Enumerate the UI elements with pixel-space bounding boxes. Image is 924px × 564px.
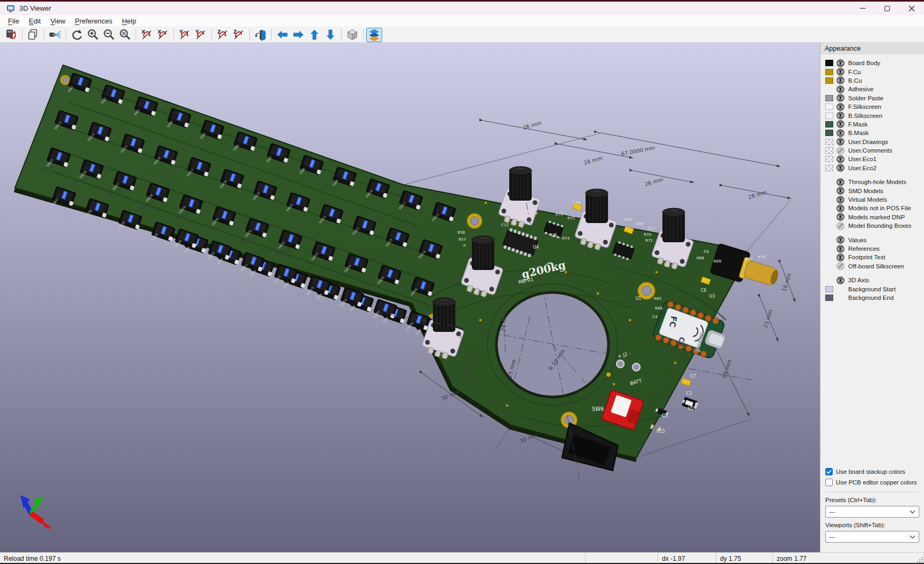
visibility-toggle[interactable] xyxy=(836,102,845,112)
visibility-eye-icon[interactable] xyxy=(836,163,845,172)
visibility-toggle[interactable] xyxy=(836,221,845,231)
orthographic-view-button[interactable] xyxy=(344,28,360,42)
visibility-toggle[interactable] xyxy=(836,111,845,120)
3d-viewport-canvas[interactable]: SW1SW2SW3SW4SW5SW6SW7SW8SW9SW10SW11SW12S… xyxy=(0,43,820,552)
minimize-button[interactable] xyxy=(850,2,875,15)
layer-row-values[interactable]: Values xyxy=(825,235,924,244)
resize-grip[interactable] xyxy=(917,557,923,563)
layer-row-f-cu[interactable]: F.Cu xyxy=(825,67,924,76)
rotate-y-cw-button[interactable]: Y xyxy=(177,28,193,42)
rotate-z-ccw-button[interactable]: Z xyxy=(231,28,247,42)
layer-row-f-mask[interactable]: F.Mask xyxy=(825,120,924,129)
rotate-z-cw-button[interactable]: Z xyxy=(215,28,231,42)
layer-row-b-mask[interactable]: B.Mask xyxy=(825,129,924,137)
visibility-eye-icon[interactable] xyxy=(836,137,845,146)
move-right-button[interactable] xyxy=(290,28,306,42)
layer-row-board-body[interactable]: Board Body xyxy=(825,59,924,67)
layer-row-virtual-models[interactable]: Virtual Models xyxy=(825,195,924,204)
visibility-eye-icon[interactable] xyxy=(836,186,845,195)
visibility-eye-icon[interactable] xyxy=(836,76,845,85)
layer-row-adhesive[interactable]: Adhesive xyxy=(825,85,924,93)
visibility-eye-icon[interactable] xyxy=(836,235,845,244)
menu-edit[interactable]: Edit xyxy=(24,16,45,26)
appearance-panel-button[interactable] xyxy=(366,28,382,42)
color-swatch[interactable] xyxy=(825,130,833,136)
color-swatch[interactable] xyxy=(825,77,833,84)
layer-row-smd-models[interactable]: SMD Models xyxy=(825,186,924,195)
visibility-toggle[interactable] xyxy=(836,163,845,172)
flip-board-button[interactable] xyxy=(252,28,268,42)
visibility-toggle[interactable] xyxy=(836,244,845,253)
color-swatch[interactable] xyxy=(825,286,833,292)
layer-row-through-hole-models[interactable]: Through-hole Models xyxy=(825,178,924,186)
visibility-toggle[interactable] xyxy=(836,137,845,146)
visibility-eye-icon[interactable] xyxy=(836,276,845,285)
visibility-toggle[interactable] xyxy=(836,204,845,213)
visibility-toggle[interactable] xyxy=(836,195,845,204)
presets-select[interactable]: --- xyxy=(825,506,919,518)
visibility-toggle[interactable] xyxy=(836,261,845,271)
move-left-button[interactable] xyxy=(274,28,290,42)
visibility-eye-icon[interactable] xyxy=(836,111,845,120)
visibility-eye-icon[interactable] xyxy=(836,102,845,112)
visibility-toggle[interactable] xyxy=(836,85,845,94)
checkbox-use-board-stackup-colors[interactable]: Use board stackup colors xyxy=(825,466,919,477)
visibility-eye-icon[interactable] xyxy=(836,253,845,262)
rotate-x-ccw-button[interactable]: X xyxy=(155,28,171,42)
visibility-eye-icon[interactable] xyxy=(836,93,845,102)
layer-row-user-drawings[interactable]: User.Drawings xyxy=(825,138,924,146)
move-up-button[interactable] xyxy=(306,28,322,42)
layer-row-b-cu[interactable]: B.Cu xyxy=(825,76,924,85)
maximize-button[interactable] xyxy=(875,2,899,15)
visibility-eye-icon[interactable] xyxy=(836,204,845,213)
layer-row-background-end[interactable]: Background End xyxy=(825,293,924,302)
zoom-fit-button[interactable] xyxy=(117,28,133,42)
layer-row-references[interactable]: References xyxy=(825,244,924,253)
visibility-toggle[interactable] xyxy=(836,186,845,195)
visibility-toggle[interactable] xyxy=(836,276,845,285)
layer-row-model-bounding-boxes[interactable]: Model Bounding Boxes xyxy=(825,221,924,230)
copy-image-button[interactable] xyxy=(25,28,41,42)
visibility-eye-icon[interactable] xyxy=(836,59,845,68)
viewports-select[interactable]: --- xyxy=(825,531,919,543)
visibility-eye-icon[interactable] xyxy=(836,244,845,253)
color-swatch[interactable] xyxy=(825,295,833,301)
menu-view[interactable]: View xyxy=(45,16,70,26)
layer-row-b-silkscreen[interactable]: B.Silkscreen xyxy=(825,111,924,120)
checkbox-unchecked-icon[interactable] xyxy=(825,479,833,486)
layer-row-off-board-silkscreen[interactable]: Off-board Silkscreen xyxy=(825,262,924,271)
layer-row-background-start[interactable]: Background Start xyxy=(825,284,924,293)
visibility-eye-icon[interactable] xyxy=(836,67,845,76)
layer-row-models-not-in-pos-file[interactable]: Models not in POS File xyxy=(825,204,924,212)
rotate-x-cw-button[interactable]: X xyxy=(139,28,155,42)
visibility-toggle[interactable] xyxy=(836,67,845,76)
visibility-toggle[interactable] xyxy=(836,93,845,102)
layer-row-models-marked-dnp[interactable]: Models marked DNP xyxy=(825,213,924,221)
close-button[interactable] xyxy=(899,2,924,15)
visibility-toggle[interactable] xyxy=(836,212,845,221)
layer-row-user-eco2[interactable]: User.Eco2 xyxy=(825,164,924,172)
visibility-toggle[interactable] xyxy=(836,59,845,68)
color-swatch[interactable] xyxy=(825,69,833,75)
visibility-toggle[interactable] xyxy=(836,178,845,187)
redraw-button[interactable] xyxy=(69,28,85,42)
visibility-eye-icon[interactable] xyxy=(836,129,845,138)
visibility-toggle[interactable] xyxy=(836,129,845,138)
menu-preferences[interactable]: Preferences xyxy=(70,16,117,26)
color-swatch[interactable] xyxy=(825,139,833,145)
color-swatch[interactable] xyxy=(825,165,833,171)
title-bar[interactable]: 3D Viewer xyxy=(0,2,924,15)
menu-file[interactable]: File xyxy=(3,16,24,26)
color-swatch[interactable] xyxy=(825,121,833,128)
color-swatch[interactable] xyxy=(825,147,833,154)
zoom-out-button[interactable] xyxy=(101,28,117,42)
render-options-button[interactable] xyxy=(47,28,63,42)
layer-row-footprint-text[interactable]: Footprint Text xyxy=(825,253,924,261)
visibility-toggle[interactable] xyxy=(836,120,845,129)
layer-row-user-eco1[interactable]: User.Eco1 xyxy=(825,155,924,163)
visibility-toggle[interactable] xyxy=(836,76,845,85)
color-swatch[interactable] xyxy=(825,113,833,119)
reload-board-button[interactable] xyxy=(3,28,19,42)
visibility-toggle[interactable] xyxy=(836,146,845,155)
visibility-toggle[interactable] xyxy=(836,235,845,244)
